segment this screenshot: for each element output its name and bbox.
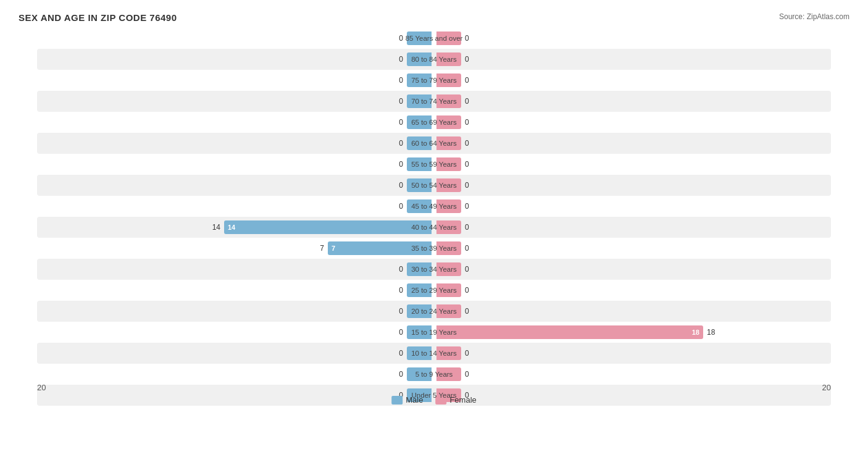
male-bar — [407, 52, 432, 66]
female-legend-box — [435, 396, 446, 405]
female-value: 0 — [465, 244, 477, 253]
male-bar — [407, 136, 432, 150]
female-legend-label: Female — [449, 395, 476, 405]
female-bar — [436, 262, 461, 276]
female-bar — [436, 94, 461, 108]
female-section: 0 — [434, 385, 831, 406]
male-value: 0 — [391, 55, 403, 64]
table-row: 015 to 19 Years1818 — [37, 322, 831, 343]
female-section: 0 — [434, 175, 831, 196]
table-row: 080 to 84 Years0 — [37, 49, 831, 70]
male-value: 0 — [391, 349, 403, 358]
male-value: 0 — [391, 118, 403, 127]
male-value: 0 — [391, 139, 403, 148]
female-bar — [436, 346, 461, 360]
female-value: 0 — [465, 202, 477, 211]
male-section: 0 — [37, 175, 434, 196]
female-section: 0 — [434, 49, 831, 70]
male-value: 0 — [391, 34, 403, 43]
female-bar — [436, 73, 461, 87]
female-value: 0 — [465, 265, 477, 274]
female-section: 0 — [434, 154, 831, 175]
male-section: 0 — [37, 301, 434, 322]
male-bar — [407, 304, 432, 318]
female-bar — [436, 241, 461, 255]
male-value: 0 — [391, 181, 403, 190]
male-section: 1414 — [37, 217, 434, 238]
female-section: 0 — [434, 133, 831, 154]
table-row: 050 to 54 Years0 — [37, 175, 831, 196]
female-value: 0 — [465, 181, 477, 190]
female-section: 0 — [434, 301, 831, 322]
female-section: 0 — [434, 112, 831, 133]
female-bar — [436, 157, 461, 171]
female-section: 0 — [434, 259, 831, 280]
male-value: 7 — [312, 244, 324, 253]
male-section: 0 — [37, 70, 434, 91]
table-row: 070 to 74 Years0 — [37, 91, 831, 112]
male-bar — [407, 115, 432, 129]
female-section: 0 — [434, 343, 831, 364]
male-bar — [407, 73, 432, 87]
table-row: 010 to 14 Years0 — [37, 343, 831, 364]
male-section: 0 — [37, 91, 434, 112]
male-section: 0 — [37, 28, 434, 49]
male-bar — [407, 283, 432, 297]
male-section: 0 — [37, 49, 434, 70]
male-bar — [407, 157, 432, 171]
male-bar — [407, 199, 432, 213]
female-section: 1818 — [434, 322, 831, 343]
chart-area: 085 Years and over0080 to 84 Years0075 t… — [19, 28, 849, 405]
male-bar — [407, 94, 432, 108]
female-value: 0 — [465, 34, 477, 43]
female-section: 0 — [434, 238, 831, 259]
female-bar — [436, 136, 461, 150]
female-value: 0 — [465, 349, 477, 358]
male-section: 0 — [37, 364, 434, 385]
legend-male: Male — [391, 395, 423, 405]
male-bar-label: 7 — [332, 245, 335, 252]
female-bar — [436, 115, 461, 129]
female-bar-label: 18 — [692, 329, 699, 336]
chart-title: SEX AND AGE IN ZIP CODE 76490 — [19, 12, 849, 23]
male-section: 0 — [37, 280, 434, 301]
male-value: 0 — [391, 97, 403, 106]
male-section: 0 — [37, 322, 434, 343]
female-section: 0 — [434, 28, 831, 49]
female-section: 0 — [434, 364, 831, 385]
female-value: 0 — [465, 160, 477, 169]
male-value: 0 — [391, 160, 403, 169]
axis-label-right: 20 — [822, 383, 831, 392]
female-bar — [436, 178, 461, 192]
male-value: 0 — [391, 286, 403, 295]
male-value: 0 — [391, 307, 403, 316]
male-bar-label: 14 — [228, 224, 235, 231]
female-value: 0 — [465, 139, 477, 148]
female-section: 0 — [434, 217, 831, 238]
female-bar — [436, 367, 461, 381]
female-bar — [436, 220, 461, 234]
male-section: 77 — [37, 238, 434, 259]
female-bar — [436, 199, 461, 213]
table-row: 045 to 49 Years0 — [37, 196, 831, 217]
female-section: 0 — [434, 91, 831, 112]
female-value: 0 — [465, 223, 477, 232]
table-row: 075 to 79 Years0 — [37, 70, 831, 91]
male-section: 0 — [37, 112, 434, 133]
female-bar — [436, 304, 461, 318]
male-value: 14 — [208, 223, 220, 232]
female-bar — [436, 283, 461, 297]
female-value: 0 — [465, 76, 477, 85]
male-bar — [407, 367, 432, 381]
axis-label-left: 20 — [37, 383, 46, 392]
male-value: 0 — [391, 265, 403, 274]
table-row: 065 to 69 Years0 — [37, 112, 831, 133]
table-row: 060 to 64 Years0 — [37, 133, 831, 154]
male-bar: 7 — [328, 241, 432, 255]
female-value: 0 — [465, 307, 477, 316]
male-bar — [407, 262, 432, 276]
female-value: 0 — [465, 370, 477, 379]
female-value: 18 — [707, 328, 719, 337]
female-bar — [436, 52, 461, 66]
male-section: 0 — [37, 154, 434, 175]
